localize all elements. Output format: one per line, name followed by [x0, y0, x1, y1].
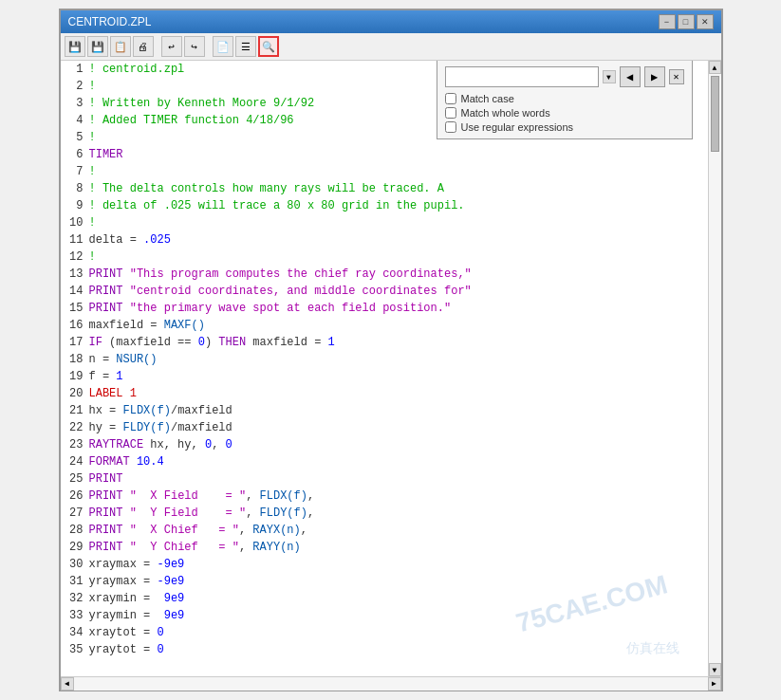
line-content: hx = FLDX(f)/maxfield	[89, 402, 708, 419]
line-number: 5	[61, 129, 89, 146]
dropdown-arrow[interactable]: ▼	[603, 70, 616, 83]
line-number: 23	[61, 436, 89, 453]
table-row: 19f = 1	[61, 368, 708, 385]
line-number: 30	[61, 556, 89, 573]
new-button[interactable]: 📄	[213, 36, 233, 57]
save-as-button[interactable]: 💾	[87, 36, 108, 57]
line-content: maxfield = MAXF()	[89, 317, 708, 334]
table-row: 25PRINT	[61, 470, 708, 488]
match-words-checkbox[interactable]	[445, 107, 456, 119]
vertical-scrollbar[interactable]: ▲ ▼	[708, 61, 721, 676]
minimize-button[interactable]: −	[659, 14, 676, 29]
search-next-button[interactable]: ▶	[644, 66, 665, 87]
title-bar-buttons: − □ ✕	[659, 14, 714, 29]
scroll-right-button[interactable]: ▶	[708, 677, 721, 691]
line-content: FORMAT 10.4	[89, 453, 708, 470]
line-content: n = NSUR()	[89, 351, 708, 368]
search-input[interactable]	[445, 66, 599, 87]
match-case-checkbox[interactable]	[445, 93, 456, 104]
scroll-thumb[interactable]	[711, 76, 719, 152]
line-number: 24	[61, 453, 89, 470]
undo-button[interactable]: ↩	[161, 36, 182, 57]
search-options: Match case Match whole words Use regular…	[445, 93, 684, 133]
table-row: 7!	[61, 163, 708, 180]
table-row: 33yraymin = 9e9	[61, 607, 708, 624]
match-words-option[interactable]: Match whole words	[445, 107, 684, 119]
code-editor[interactable]: 1! centroid.zpl2!3! Written by Kenneth M…	[61, 61, 708, 676]
scroll-up-button[interactable]: ▲	[709, 61, 721, 74]
line-content: yraytot = 0	[89, 641, 708, 658]
table-row: 9! delta of .025 will trace a 80 x 80 gr…	[61, 197, 708, 214]
table-row: 32xraymin = 9e9	[61, 590, 708, 607]
maximize-button[interactable]: □	[678, 14, 695, 29]
line-content: IF (maxfield == 0) THEN maxfield = 1	[89, 334, 708, 351]
line-number: 8	[61, 180, 89, 197]
line-number: 15	[61, 300, 89, 317]
line-content: PRINT " Y Field = ", FLDY(f),	[89, 505, 708, 522]
line-content: PRINT	[89, 470, 708, 488]
line-content: xraymin = 9e9	[89, 590, 708, 607]
table-row: 15PRINT "the primary wave spot at each f…	[61, 300, 708, 317]
line-content: PRINT "This program computes the chief r…	[89, 266, 708, 283]
line-number: 10	[61, 214, 89, 231]
line-number: 6	[61, 146, 89, 163]
line-content: yraymax = -9e9	[89, 573, 708, 590]
table-row: 16maxfield = MAXF()	[61, 317, 708, 334]
horizontal-scrollbar[interactable]: ◀ ▶	[61, 676, 721, 690]
line-content: ! delta of .025 will trace a 80 x 80 gri…	[89, 197, 708, 214]
match-case-label: Match case	[461, 93, 514, 104]
scroll-down-button[interactable]: ▼	[709, 663, 721, 676]
scroll-track[interactable]	[709, 74, 721, 663]
line-content: !	[89, 163, 708, 180]
table-row: 8! The delta controls how many rays will…	[61, 180, 708, 197]
window-title: CENTROID.ZPL	[68, 15, 152, 28]
line-number: 14	[61, 283, 89, 300]
redo-button[interactable]: ↪	[184, 36, 205, 57]
save-button[interactable]: 💾	[65, 36, 85, 57]
line-number: 21	[61, 402, 89, 419]
list-button[interactable]: ☰	[235, 36, 256, 57]
line-number: 32	[61, 590, 89, 607]
line-content: xraytot = 0	[89, 624, 708, 641]
h-scroll-track[interactable]	[74, 677, 708, 691]
search-prev-button[interactable]: ◀	[620, 66, 641, 87]
table-row: 30xraymax = -9e9	[61, 556, 708, 573]
close-button[interactable]: ✕	[697, 14, 714, 29]
line-content: RAYTRACE hx, hy, 0, 0	[89, 436, 708, 453]
line-content: delta = .025	[89, 231, 708, 249]
code-lines: 1! centroid.zpl2!3! Written by Kenneth M…	[61, 61, 708, 658]
line-content: yraymin = 9e9	[89, 607, 708, 624]
table-row: 6TIMER	[61, 146, 708, 163]
line-number: 28	[61, 522, 89, 539]
table-row: 12!	[61, 249, 708, 266]
line-content: hy = FLDY(f)/maxfield	[89, 419, 708, 436]
line-content: PRINT " Y Chief = ", RAYY(n)	[89, 539, 708, 556]
line-content: PRINT " X Chief = ", RAYX(n),	[89, 522, 708, 539]
line-content: PRINT "the primary wave spot at each fie…	[89, 300, 708, 317]
line-number: 4	[61, 112, 89, 129]
search-close-button[interactable]: ✕	[669, 69, 684, 84]
table-row: 31yraymax = -9e9	[61, 573, 708, 590]
line-number: 22	[61, 419, 89, 436]
line-number: 20	[61, 385, 89, 402]
regex-checkbox[interactable]	[445, 121, 456, 133]
line-number: 35	[61, 641, 89, 658]
line-content: LABEL 1	[89, 385, 708, 402]
scroll-left-button[interactable]: ◀	[61, 677, 74, 691]
line-content: PRINT "centroid coordinates, and middle …	[89, 283, 708, 300]
table-row: 11delta = .025	[61, 231, 708, 249]
content-area: 1! centroid.zpl2!3! Written by Kenneth M…	[61, 61, 721, 676]
copy-button[interactable]: 📋	[110, 36, 131, 57]
line-content: f = 1	[89, 368, 708, 385]
print-button[interactable]: 🖨	[133, 36, 154, 57]
search-row: ▼ ◀ ▶ ✕	[445, 66, 684, 87]
search-button[interactable]: 🔍	[258, 36, 279, 57]
separator1	[156, 36, 159, 57]
table-row: 26PRINT " X Field = ", FLDX(f),	[61, 488, 708, 505]
regex-option[interactable]: Use regular expressions	[445, 121, 684, 133]
line-number: 12	[61, 249, 89, 266]
match-case-option[interactable]: Match case	[445, 93, 684, 104]
line-content: xraymax = -9e9	[89, 556, 708, 573]
line-number: 34	[61, 624, 89, 641]
line-number: 27	[61, 505, 89, 522]
